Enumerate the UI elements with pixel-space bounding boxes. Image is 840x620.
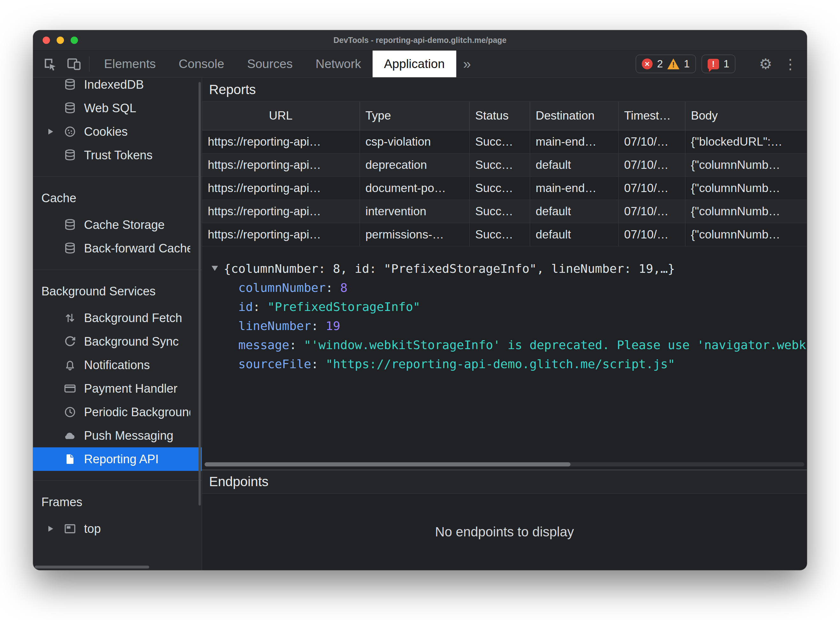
tab-network[interactable]: Network	[304, 51, 372, 77]
sidebar-item-label: Background Fetch	[84, 311, 182, 325]
sidebar-item-label: Payment Handler	[84, 382, 178, 396]
credit-card-icon	[63, 382, 76, 395]
cell-body: {"columnNumb…	[685, 176, 807, 200]
sidebar-item-cache-storage[interactable]: Cache Storage	[33, 213, 202, 236]
cell-status: Succ…	[469, 130, 530, 153]
sidebar-item-payment-handler[interactable]: Payment Handler	[33, 377, 202, 400]
tab-application[interactable]: Application	[372, 51, 456, 77]
issue-count: 1	[724, 58, 729, 70]
sidebar-item-trust-tokens[interactable]: Trust Tokens	[33, 143, 202, 167]
sidebar-horizontal-scrollbar[interactable]	[35, 566, 149, 569]
sidebar-item-label: Cookies	[84, 125, 128, 138]
more-tabs-button[interactable]: »	[456, 51, 478, 77]
device-toolbar-button[interactable]	[62, 51, 86, 77]
cell-status: Succ…	[469, 153, 530, 176]
report-row[interactable]: https://reporting-api… permissions-… Suc…	[202, 223, 807, 246]
sidebar-item-top-frame[interactable]: top	[33, 517, 202, 540]
reports-section-title: Reports	[202, 78, 807, 102]
sidebar-item-push-messaging[interactable]: Push Messaging	[33, 424, 202, 447]
cell-destination: default	[530, 153, 618, 176]
database-icon	[63, 102, 76, 114]
report-detail-pane: {columnNumber: 8, id: "PrefixedStorageIn…	[202, 247, 807, 470]
minimize-button[interactable]	[57, 36, 64, 44]
cell-timestamp: 07/10/…	[618, 223, 685, 246]
devtools-window: DevTools - reporting-api-demo.glitch.me/…	[33, 30, 807, 570]
endpoints-empty-message: No endpoints to display	[202, 494, 807, 570]
property-value: "https://reporting-api-demo.glitch.me/sc…	[326, 357, 675, 371]
cookie-icon	[63, 125, 76, 138]
more-options-menu-icon[interactable]: ⋮	[783, 56, 797, 72]
report-row[interactable]: https://reporting-api… document-po… Succ…	[202, 176, 807, 200]
property-value: 19	[326, 319, 341, 333]
issues-badge[interactable]: ! 1	[701, 55, 735, 73]
tab-console[interactable]: Console	[167, 51, 236, 77]
cell-url: https://reporting-api…	[202, 176, 360, 200]
cell-body: {"columnNumb…	[685, 153, 807, 176]
cell-timestamp: 07/10/…	[618, 130, 685, 153]
report-row[interactable]: https://reporting-api… deprecation Succ……	[202, 153, 807, 176]
sidebar-item-periodic-background-sync[interactable]: Periodic Background Sync	[33, 400, 202, 424]
cell-url: https://reporting-api…	[202, 200, 360, 223]
close-button[interactable]	[43, 36, 50, 44]
collapse-triangle-icon[interactable]	[211, 266, 218, 271]
devtools-body: IndexedDB Web SQL Cookies Trust Tokens	[33, 78, 807, 570]
column-header-type[interactable]: Type	[360, 102, 469, 130]
errors-warnings-badge[interactable]: × 2 1	[636, 55, 696, 73]
warning-icon	[667, 59, 679, 69]
sidebar-item-label: Notifications	[84, 358, 150, 372]
report-row[interactable]: https://reporting-api… intervention Succ…	[202, 200, 807, 223]
column-header-body[interactable]: Body	[685, 102, 807, 130]
sidebar-item-web-sql[interactable]: Web SQL	[33, 96, 202, 120]
column-header-url[interactable]: URL	[202, 102, 360, 130]
sidebar-item-notifications[interactable]: Notifications	[33, 353, 202, 377]
expand-arrow-icon[interactable]	[48, 526, 53, 531]
sidebar-section-cache[interactable]: Cache	[33, 186, 202, 210]
cell-destination: default	[530, 200, 618, 223]
column-header-destination[interactable]: Destination	[530, 102, 618, 130]
cell-type: deprecation	[360, 153, 469, 176]
cell-timestamp: 07/10/…	[618, 153, 685, 176]
scrollbar-thumb[interactable]	[205, 462, 570, 467]
database-icon	[63, 242, 76, 255]
tab-elements[interactable]: Elements	[93, 51, 167, 77]
zoom-button[interactable]	[71, 36, 78, 44]
window-titlebar[interactable]: DevTools - reporting-api-demo.glitch.me/…	[33, 30, 807, 51]
cell-body: {"columnNumb…	[685, 223, 807, 246]
settings-gear-icon[interactable]: ⚙	[754, 55, 778, 72]
object-property: lineNumber: 19	[211, 316, 807, 336]
column-header-status[interactable]: Status	[469, 102, 530, 130]
sidebar-vertical-scrollbar[interactable]	[199, 82, 201, 506]
bell-icon	[63, 359, 76, 372]
sidebar-section-frames[interactable]: Frames	[33, 490, 202, 514]
sidebar-item-label: Trust Tokens	[84, 149, 152, 162]
sidebar-section-divider	[33, 269, 202, 270]
warning-count: 1	[684, 58, 689, 70]
tab-sources[interactable]: Sources	[236, 51, 304, 77]
sidebar-item-cookies[interactable]: Cookies	[33, 120, 202, 143]
database-icon	[63, 78, 76, 91]
column-header-timestamp[interactable]: Timest…	[618, 102, 685, 130]
sidebar-item-background-fetch[interactable]: Background Fetch	[33, 306, 202, 330]
property-value: 8	[340, 281, 347, 295]
cell-timestamp: 07/10/…	[618, 200, 685, 223]
sidebar-item-back-forward-cache[interactable]: Back-forward Cache	[33, 236, 202, 260]
sidebar-item-label: Background Sync	[84, 335, 179, 349]
sidebar-section-divider	[33, 480, 202, 481]
sidebar-item-background-sync[interactable]: Background Sync	[33, 330, 202, 353]
cell-destination: default	[530, 223, 618, 246]
traffic-lights	[43, 30, 78, 50]
window-title: DevTools - reporting-api-demo.glitch.me/…	[333, 36, 507, 45]
detail-horizontal-scrollbar[interactable]	[205, 462, 804, 467]
sidebar-item-indexeddb[interactable]: IndexedDB	[33, 78, 202, 96]
database-icon	[63, 218, 76, 231]
reporting-api-panel: Reports URL Type Status Destination Time…	[202, 78, 807, 570]
object-property: columnNumber: 8	[211, 278, 807, 297]
sidebar-item-label: IndexedDB	[84, 78, 144, 92]
inspect-element-button[interactable]	[38, 51, 62, 77]
sidebar-section-background-services[interactable]: Background Services	[33, 280, 202, 303]
object-preview[interactable]: {columnNumber: 8, id: "PrefixedStorageIn…	[211, 259, 807, 278]
property-key: id	[238, 300, 253, 314]
report-row[interactable]: https://reporting-api… csp-violation Suc…	[202, 130, 807, 153]
sidebar-item-reporting-api[interactable]: Reporting API	[33, 447, 202, 471]
expand-arrow-icon[interactable]	[48, 129, 53, 134]
